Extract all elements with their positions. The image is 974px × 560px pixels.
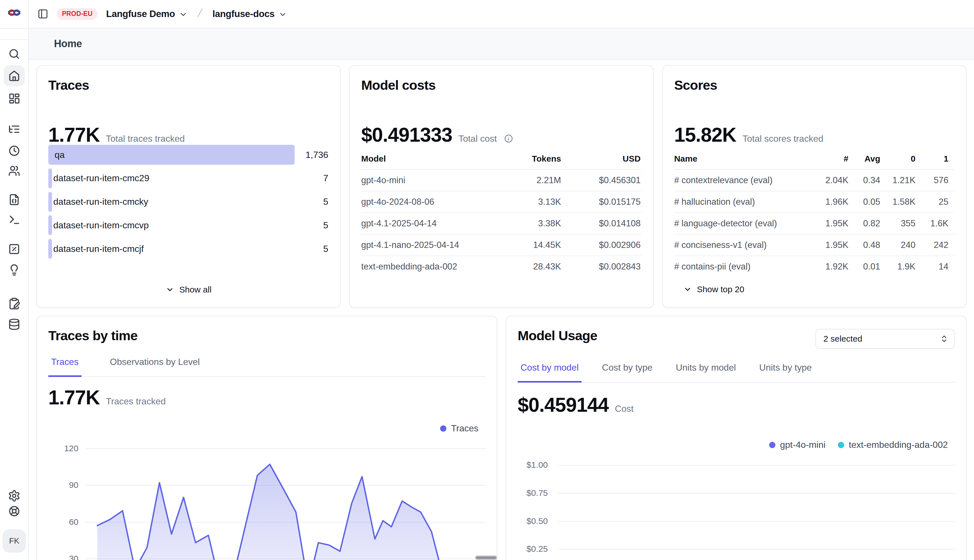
scores-card-title: Scores [674, 77, 955, 93]
chevron-down-icon [683, 285, 692, 293]
table-cell: $0.015175 [562, 191, 642, 213]
layout-dashboard-icon [8, 92, 20, 105]
table-cell: # language-detector (eval) [674, 213, 810, 234]
total-cost-label: Total cost [458, 133, 497, 144]
show-top-20-button[interactable]: Show top 20 [674, 285, 955, 294]
table-cell: 240 [881, 234, 917, 256]
traces-chart-legend: Traces [440, 423, 478, 433]
table-cell: 1.9K [881, 256, 917, 277]
column-header: USD [562, 154, 642, 170]
model-usage-card: Model Usage 2 selected Cost by modelCost… [506, 316, 967, 560]
traces-card-title: Traces [48, 77, 329, 93]
sidebar-item-evaluation[interactable] [4, 238, 25, 260]
model-costs-card: Model costs $0.491333 Total cost ModelTo… [349, 65, 653, 308]
table-cell: 242 [917, 234, 955, 256]
model-usage-tab-units-by-type[interactable]: Units by type [756, 362, 815, 382]
model-usage-tab-cost-by-type[interactable]: Cost by type [599, 362, 655, 382]
sidebar-item-sessions[interactable] [4, 140, 25, 161]
gridline [558, 549, 956, 550]
environment-badge[interactable]: PROD-EU [57, 8, 97, 20]
scores-total-value: 15.82K [674, 125, 737, 145]
sidebar-item-tracing[interactable] [4, 119, 25, 140]
chevron-down-icon [165, 285, 174, 294]
sidebar-item-dashboards[interactable] [4, 88, 25, 109]
traces-by-time-tab-observations-by-level[interactable]: Observations by Level [107, 357, 203, 376]
clock-icon [8, 145, 20, 157]
gridline [558, 493, 956, 493]
table-cell: $0.014108 [562, 213, 642, 234]
sidebar-item-annotation[interactable] [4, 293, 25, 314]
traces-tracked-label: Traces tracked [106, 396, 165, 407]
page-header: Home [29, 28, 974, 60]
trace-bar-row: qa1,736 [48, 145, 329, 165]
breadcrumb-slash [194, 7, 206, 21]
model-usage-tab-cost-by-model[interactable]: Cost by model [518, 362, 581, 382]
show-all-button[interactable]: Show all [48, 285, 329, 295]
traces-card: Traces 1.77K Total traces tracked qa1,73… [37, 65, 341, 308]
clipboard-pen-icon [8, 297, 20, 310]
sidebar-toggle-button[interactable] [37, 8, 48, 19]
lightbulb-icon [8, 263, 20, 276]
search-icon [8, 48, 20, 60]
column-header: 0 [881, 154, 917, 170]
org-switcher[interactable]: Langfuse Demo [106, 8, 187, 19]
table-cell: 2.04K [810, 170, 850, 191]
chevrons-up-down-icon [940, 335, 949, 343]
table-row: # language-detector (eval)1.95K0.823551.… [674, 213, 955, 234]
trace-bar-row: dataset-run-item-cmcjf5 [48, 239, 329, 259]
bar-label: dataset-run-item-cmcjf [53, 239, 144, 259]
table-cell: 1.95K [810, 234, 850, 256]
total-cost-info-icon[interactable] [505, 134, 513, 145]
langfuse-logo[interactable] [4, 2, 24, 23]
terminal-icon [8, 213, 20, 226]
bar-value: 7 [323, 168, 329, 188]
bar-label: dataset-run-item-cmc29 [53, 168, 149, 188]
bar-value: 5 [323, 215, 329, 235]
sidebar-item-users[interactable] [4, 160, 25, 181]
legend-dot-icon [440, 425, 446, 432]
table-cell: text-embedding-ada-002 [361, 256, 494, 277]
y-axis-tick-label: $0.25 [518, 544, 548, 554]
model-select-dropdown[interactable]: 2 selected [815, 329, 955, 349]
langfuse-logo-icon [8, 8, 21, 17]
sidebar-item-support[interactable] [4, 501, 25, 522]
table-cell: $0.456301 [562, 170, 642, 191]
horizontal-scrollbar-thumb[interactable] [475, 555, 497, 560]
table-cell: 0.34 [850, 170, 881, 191]
table-row: gpt-4.1-nano-2025-04-1414.45K$0.002906 [361, 234, 642, 256]
sidebar-item-home[interactable] [4, 65, 25, 86]
sidebar-item-datasets[interactable] [4, 314, 25, 335]
table-cell: 1.6K [917, 213, 955, 234]
scores-card: Scores 15.82K Total scores tracked Name#… [662, 65, 967, 308]
life-buoy-icon [8, 505, 20, 517]
usage-cost-value: $0.459144 [518, 395, 609, 415]
dashboard-content: Traces 1.77K Total traces tracked qa1,73… [29, 60, 974, 560]
bar-fill [48, 145, 295, 165]
traces-by-time-card: Traces by time TracesObservations by Lev… [37, 316, 497, 560]
model-usage-tab-units-by-model[interactable]: Units by model [673, 362, 739, 382]
table-row: # hallucination (eval)1.96K0.051.58K25 [674, 191, 955, 213]
model-usage-tabs: Cost by modelCost by typeUnits by modelU… [518, 362, 955, 383]
table-cell: $0.002906 [562, 234, 642, 256]
home-icon [8, 70, 20, 82]
page-title: Home [54, 38, 82, 50]
legend-label: gpt-4o-mini [780, 440, 825, 450]
table-row: text-embedding-ada-00228.43K$0.002843 [361, 256, 642, 277]
sidebar-item-prompts[interactable] [4, 189, 25, 210]
table-cell: 0.01 [850, 256, 881, 277]
project-switcher[interactable]: langfuse-docs [212, 8, 287, 19]
table-cell: 3.13K [494, 191, 562, 213]
bar-value: 5 [323, 192, 329, 212]
sidebar-item-search[interactable] [4, 43, 25, 65]
table-cell: gpt-4o-mini [361, 170, 494, 191]
sidebar-item-insights[interactable] [4, 259, 25, 280]
traces-by-time-tab-traces[interactable]: Traces [48, 357, 82, 376]
table-cell: 0.82 [850, 213, 881, 234]
table-cell: gpt-4.1-2025-04-14 [361, 213, 494, 234]
column-header: Tokens [494, 154, 562, 170]
y-axis-tick-label: $0.50 [518, 516, 548, 526]
model-costs-card-title: Model costs [361, 77, 642, 93]
user-avatar[interactable]: FK [3, 529, 26, 553]
sidebar-item-playground[interactable] [4, 209, 25, 230]
show-all-label: Show all [179, 285, 211, 295]
